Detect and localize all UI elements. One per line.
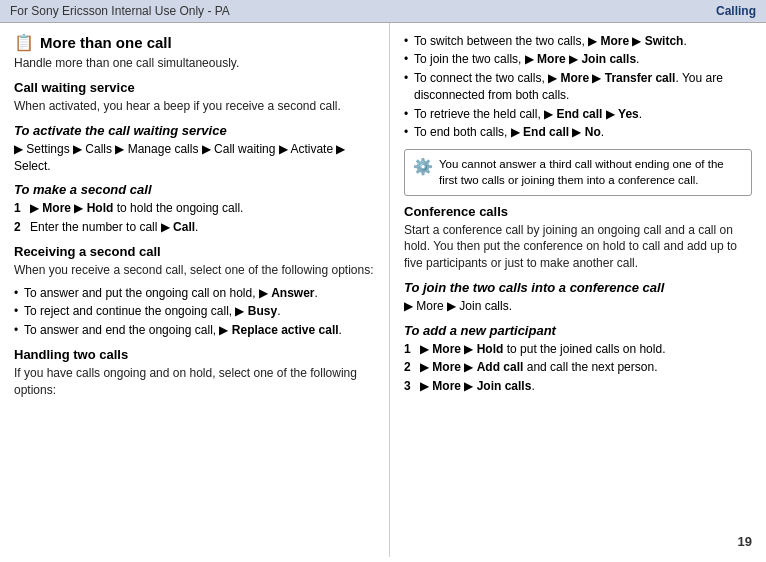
- add-step-1: 1 ▶ More ▶ Hold to put the joined calls …: [404, 341, 752, 358]
- add-participant-title: To add a new participant: [404, 323, 752, 338]
- note-box: ⚙️ You cannot answer a third call withou…: [404, 149, 752, 195]
- right-bullets: To switch between the two calls, ▶ More …: [404, 33, 752, 141]
- step-2: 2 Enter the number to call ▶ Call.: [14, 219, 375, 236]
- bullet-replace: To answer and end the ongoing call, ▶ Re…: [14, 322, 375, 339]
- conference-title: Conference calls: [404, 204, 752, 219]
- join-two-path: ▶ More ▶ Join calls.: [404, 298, 752, 315]
- receiving-second-title: Receiving a second call: [14, 244, 375, 259]
- doc-icon: 📋: [14, 33, 34, 52]
- bullet-transfer: To connect the two calls, ▶ More ▶ Trans…: [404, 70, 752, 105]
- make-second-steps: 1 ▶ More ▶ Hold to hold the ongoing call…: [14, 200, 375, 236]
- activate-cws-path: ▶ Settings ▶ Calls ▶ Manage calls ▶ Call…: [14, 141, 375, 175]
- note-text: You cannot answer a third call without e…: [439, 156, 743, 188]
- bullet-retrieve: To retrieve the held call, ▶ End call ▶ …: [404, 106, 752, 123]
- conference-body: Start a conference call by joining an on…: [404, 222, 752, 272]
- header-title: For Sony Ericsson Internal Use Only - PA: [10, 4, 230, 18]
- receiving-second-bullets: To answer and put the ongoing call on ho…: [14, 285, 375, 339]
- call-waiting-title: Call waiting service: [14, 80, 375, 95]
- step-1: 1 ▶ More ▶ Hold to hold the ongoing call…: [14, 200, 375, 217]
- page-header: For Sony Ericsson Internal Use Only - PA…: [0, 0, 766, 23]
- bullet-busy: To reject and continue the ongoing call,…: [14, 303, 375, 320]
- main-subtitle: Handle more than one call simultaneously…: [14, 56, 375, 70]
- receiving-second-body: When you receive a second call, select o…: [14, 262, 375, 279]
- bullet-end-both: To end both calls, ▶ End call ▶ No.: [404, 124, 752, 141]
- call-waiting-body: When activated, you hear a beep if you r…: [14, 98, 375, 115]
- activate-cws-title: To activate the call waiting service: [14, 123, 375, 138]
- bullet-switch: To switch between the two calls, ▶ More …: [404, 33, 752, 50]
- right-column: To switch between the two calls, ▶ More …: [390, 23, 766, 557]
- add-participant-steps: 1 ▶ More ▶ Hold to put the joined calls …: [404, 341, 752, 395]
- main-title: 📋 More than one call: [14, 33, 375, 52]
- note-icon: ⚙️: [413, 156, 433, 188]
- page-content: 📋 More than one call Handle more than on…: [0, 23, 766, 557]
- join-two-title: To join the two calls into a conference …: [404, 280, 752, 295]
- bullet-answer: To answer and put the ongoing call on ho…: [14, 285, 375, 302]
- add-step-2: 2 ▶ More ▶ Add call and call the next pe…: [404, 359, 752, 376]
- bullet-join: To join the two calls, ▶ More ▶ Join cal…: [404, 51, 752, 68]
- page-number: 19: [738, 534, 752, 549]
- handling-two-body: If you have calls ongoing and on hold, s…: [14, 365, 375, 399]
- handling-two-title: Handling two calls: [14, 347, 375, 362]
- left-column: 📋 More than one call Handle more than on…: [0, 23, 390, 557]
- make-second-title: To make a second call: [14, 182, 375, 197]
- add-step-3: 3 ▶ More ▶ Join calls.: [404, 378, 752, 395]
- header-section: Calling: [716, 4, 756, 18]
